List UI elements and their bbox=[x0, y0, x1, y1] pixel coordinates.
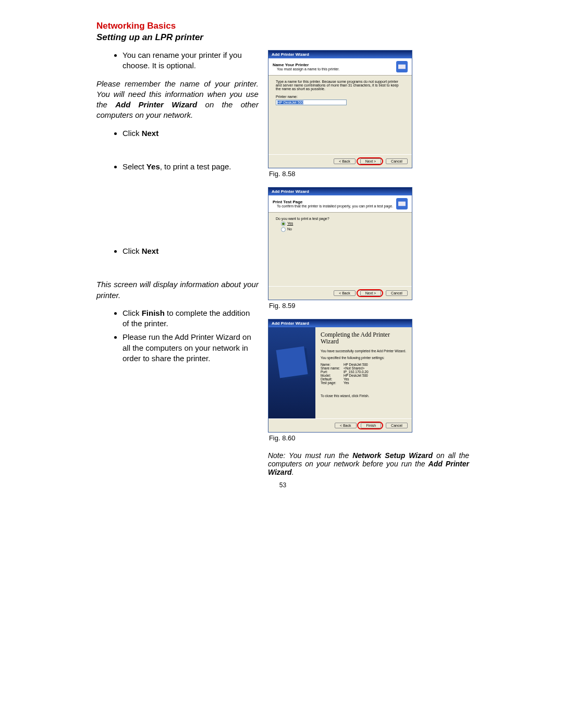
window-title: Add Printer Wizard bbox=[268, 319, 412, 327]
page-number: 53 bbox=[96, 482, 469, 489]
cancel-button[interactable]: Cancel bbox=[386, 423, 408, 428]
wizard-header-subtitle: You must assign a name to this printer. bbox=[277, 67, 396, 71]
wizard-text: You have successfully completed the Add … bbox=[321, 349, 407, 353]
figure-caption: Fig. 8.58 bbox=[269, 170, 469, 178]
cancel-button[interactable]: Cancel bbox=[386, 158, 408, 164]
wizard-header-title: Name Your Printer bbox=[273, 63, 396, 67]
instruction-item: Click Next bbox=[123, 128, 259, 139]
printer-spec-table: Name:HP DeskJet 500Share name:<Not Share… bbox=[321, 363, 407, 385]
window-title: Add Printer Wizard bbox=[268, 188, 412, 195]
next-button[interactable]: Next > bbox=[360, 290, 381, 296]
radio-yes[interactable]: Yes bbox=[281, 221, 405, 226]
back-button[interactable]: < Back bbox=[334, 290, 356, 296]
wizard-name-printer: Add Printer Wizard Name Your Printer You… bbox=[268, 50, 412, 168]
figure-caption: Fig. 8.59 bbox=[269, 302, 469, 310]
instruction-note: This screen will display information abo… bbox=[96, 279, 259, 301]
radio-no[interactable]: No bbox=[281, 227, 405, 232]
page-footnote: Note: You must run the Network Setup Wiz… bbox=[268, 451, 469, 476]
back-button[interactable]: < Back bbox=[334, 158, 356, 164]
wizard-banner bbox=[268, 327, 315, 418]
section-subheading: Setting up an LPR printer bbox=[96, 32, 469, 43]
cancel-button[interactable]: Cancel bbox=[386, 290, 408, 296]
wizard-header-subtitle: To confirm that the printer is installed… bbox=[277, 204, 396, 208]
printer-name-label: Printer name: bbox=[276, 95, 405, 98]
wizard-question: Do you want to print a test page? bbox=[276, 217, 405, 220]
highlight-ring: Next > bbox=[357, 157, 383, 165]
printer-icon bbox=[396, 61, 408, 72]
finish-button[interactable]: Finish bbox=[361, 423, 381, 428]
back-button[interactable]: < Back bbox=[335, 423, 357, 428]
instruction-item: Click Next bbox=[123, 246, 259, 256]
wizard-text: You specified the following printer sett… bbox=[321, 356, 407, 360]
wizard-header-title: Print Test Page bbox=[273, 200, 396, 204]
next-button[interactable]: Next > bbox=[360, 158, 381, 164]
highlight-ring: Finish bbox=[357, 422, 383, 429]
instruction-item: Click Finish to complete the addition of… bbox=[123, 308, 259, 329]
section-heading: Networking Basics bbox=[96, 21, 469, 31]
instruction-column: You can rename your printer if you choos… bbox=[96, 50, 268, 476]
wizard-test-page: Add Printer Wizard Print Test Page To co… bbox=[268, 187, 412, 300]
wizard-text: To close this wizard, click Finish. bbox=[321, 394, 407, 398]
instruction-item: You can rename your printer if you choos… bbox=[123, 50, 259, 71]
instruction-item: Please run the Add Printer Wizard on all… bbox=[123, 332, 259, 364]
printer-name-input[interactable]: HP DeskJet 500 bbox=[276, 100, 347, 105]
window-title: Add Printer Wizard bbox=[268, 51, 412, 58]
instruction-item: Select Yes, to print a test page. bbox=[123, 162, 259, 172]
wizard-caption: Completing the Add Printer Wizard bbox=[321, 331, 407, 345]
figure-caption: Fig. 8.60 bbox=[269, 434, 469, 442]
wizard-body-text: Type a name for this printer. Because so… bbox=[276, 80, 405, 91]
wizard-complete: Add Printer Wizard Completing the Add Pr… bbox=[268, 319, 412, 433]
figure-column: Add Printer Wizard Name Your Printer You… bbox=[268, 50, 469, 476]
highlight-ring: Next > bbox=[357, 289, 383, 297]
printer-icon bbox=[396, 198, 408, 209]
instruction-note: Please remember the name of your printer… bbox=[96, 79, 259, 121]
